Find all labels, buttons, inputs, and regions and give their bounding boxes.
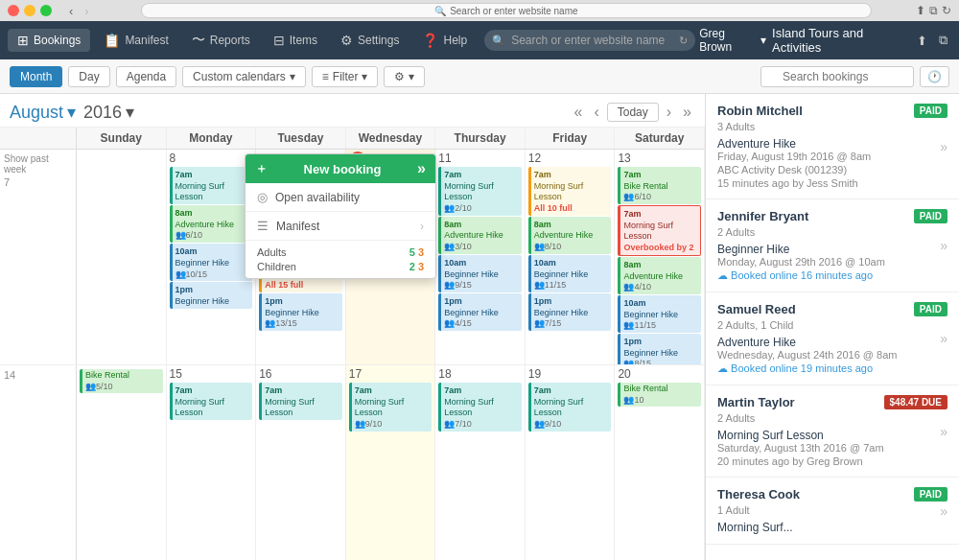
calendar-month-title[interactable]: August ▾: [10, 102, 76, 123]
booking-item[interactable]: 8am Adventure Hike 👥3/10: [438, 217, 522, 254]
nav-action-icon-2[interactable]: ⧉: [935, 29, 951, 52]
booking-card-jennifer[interactable]: Jennifer Bryant PAID 2 Adults Beginner H…: [706, 199, 959, 292]
card-source-samuel: ☁ Booked online 19 minutes ago: [717, 362, 898, 375]
cal-prev-prev-button[interactable]: «: [571, 102, 587, 123]
cal-cell-wed-w2[interactable]: 17 7am Morning Surf Lesson 👥9/10: [346, 365, 436, 560]
card-header-jennifer: Jennifer Bryant PAID: [717, 209, 947, 223]
popup-arrow-icon: »: [417, 160, 426, 177]
booking-item[interactable]: 8am Adventure Hike 👥6/10: [170, 205, 253, 243]
booking-card-martin[interactable]: Martin Taylor $48.47 DUE 2 Adults Mornin…: [706, 385, 959, 478]
cal-cell-sun-w2[interactable]: Bike Rental 👥5/10: [77, 365, 167, 560]
booking-item[interactable]: Bike Rental 👥5/10: [80, 369, 163, 393]
booking-card-samuel[interactable]: Samuel Reed PAID 2 Adults, 1 Child Adven…: [706, 292, 959, 385]
show-past-week-label[interactable]: Show past week: [4, 153, 72, 175]
cal-cell-thu-w2[interactable]: 18 7am Morning Surf Lesson 👥7/10: [435, 365, 526, 560]
booking-item[interactable]: 1pm Beginner Hike 👥8/15: [618, 334, 701, 364]
card-guests-jennifer: 2 Adults: [717, 226, 947, 238]
booking-item[interactable]: 10am Beginner Hike 👥9/15: [438, 255, 522, 292]
card-name-theresa: Theresa Cook: [717, 487, 800, 502]
booking-item[interactable]: 7am Morning Surf Lesson: [259, 383, 342, 420]
card-arrow-theresa[interactable]: »: [940, 503, 947, 519]
nav-settings[interactable]: ⚙ Settings: [331, 29, 409, 52]
card-row-robin: Adventure Hike Friday, August 19th 2016 …: [717, 137, 947, 189]
cal-cell-sat-w1[interactable]: 13 7am Bike Rental 👥6/10 7am Morning Sur…: [615, 150, 705, 364]
calendar-year-title[interactable]: 2016 ▾: [83, 102, 134, 123]
back-button[interactable]: ‹: [65, 0, 77, 22]
booking-card-robin[interactable]: Robin Mitchell PAID 3 Adults Adventure H…: [706, 94, 959, 199]
booking-item[interactable]: 1pm Beginner Hike 👥7/15: [528, 293, 612, 331]
maximize-button[interactable]: [40, 5, 52, 16]
cal-date-15: 15: [170, 367, 253, 381]
popup-manifest-arrow: ›: [420, 220, 424, 233]
forward-button[interactable]: ›: [81, 0, 92, 22]
nav-reports[interactable]: 〜 Reports: [182, 28, 260, 53]
booking-item[interactable]: 7am Morning Surf Lesson 👥9/10: [349, 383, 433, 432]
booking-item[interactable]: 7am Bike Rental 👥6/10: [618, 167, 701, 204]
card-arrow-jennifer[interactable]: »: [940, 238, 947, 253]
card-arrow-martin[interactable]: »: [940, 424, 947, 439]
booking-item[interactable]: 7am Morning Surf Lesson 👥2/10: [438, 167, 522, 216]
view-day-button[interactable]: Day: [68, 66, 109, 87]
cal-cell-fri-w2[interactable]: 19 7am Morning Surf Lesson 👥9/10: [526, 365, 616, 560]
cal-today-button[interactable]: Today: [607, 103, 659, 122]
booking-item[interactable]: 7am Morning Surf Lesson Overbooked by 2: [618, 205, 701, 256]
booking-item[interactable]: 7am Morning Surf Lesson: [170, 167, 253, 204]
nav-items[interactable]: ⊟ Items: [264, 29, 327, 52]
minimize-button[interactable]: [24, 5, 35, 16]
cal-cell-sun-w1[interactable]: [77, 150, 167, 364]
close-button[interactable]: [8, 5, 19, 16]
new-booking-popup[interactable]: ＋ New booking » ◎ Open availability ☰ Ma…: [245, 153, 436, 279]
booking-item[interactable]: 1pm Beginner Hike 👥4/15: [438, 293, 522, 331]
nav-user[interactable]: Greg Brown ▾: [699, 27, 766, 54]
address-bar[interactable]: 🔍 Search or enter website name: [141, 3, 872, 18]
booking-item[interactable]: 10am Beginner Hike 👥11/15: [618, 295, 701, 333]
cal-next-next-button[interactable]: »: [679, 102, 695, 123]
booking-item[interactable]: 8am Adventure Hike 👥4/10: [618, 257, 701, 294]
booking-item[interactable]: 7am Morning Surf Lesson All 10 full: [528, 167, 612, 216]
day-header-sunday: Sunday: [77, 128, 167, 149]
booking-item[interactable]: 7am Morning Surf Lesson: [170, 383, 253, 420]
cal-cell-sat-w2[interactable]: 20 Bike Rental 👥10: [615, 365, 705, 560]
nav-bookings[interactable]: ⊞ Bookings: [8, 29, 90, 52]
booking-item[interactable]: 10am Beginner Hike 👥11/15: [528, 255, 612, 292]
list-icon: ☰: [257, 219, 269, 233]
card-name-jennifer: Jennifer Bryant: [717, 209, 808, 223]
cal-cell-tue-w2[interactable]: 16 7am Morning Surf Lesson: [256, 365, 346, 560]
card-arrow-robin[interactable]: »: [940, 139, 947, 154]
nav-search-input[interactable]: [484, 30, 695, 51]
cal-cell-mon-w2[interactable]: 15 7am Morning Surf Lesson: [167, 365, 257, 560]
booking-item[interactable]: 1pm Beginner Hike: [170, 282, 253, 308]
filter-button[interactable]: ≡ Filter ▾: [312, 66, 379, 87]
booking-item[interactable]: 1pm Beginner Hike 👥13/15: [259, 293, 342, 331]
view-month-button[interactable]: Month: [10, 66, 62, 87]
refresh-icon[interactable]: ↻: [942, 4, 951, 17]
share-icon[interactable]: ⬆: [916, 4, 925, 17]
cal-next-button[interactable]: ›: [663, 102, 675, 123]
window-icon[interactable]: ⧉: [929, 4, 938, 17]
popup-new-booking-header[interactable]: ＋ New booking »: [246, 154, 435, 183]
booking-card-theresa[interactable]: Theresa Cook PAID 1 Adult Morning Surf..…: [706, 478, 959, 545]
cal-cell-mon-w1[interactable]: 8 7am Morning Surf Lesson 8am Adventure …: [167, 150, 257, 364]
window-controls[interactable]: [8, 5, 52, 16]
cal-prev-button[interactable]: ‹: [590, 102, 602, 123]
cal-cell-fri-w1[interactable]: 12 7am Morning Surf Lesson All 10 full 8…: [526, 150, 616, 364]
cal-cell-thu-w1[interactable]: 11 7am Morning Surf Lesson 👥2/10 8am Adv…: [435, 150, 526, 364]
popup-manifest-item[interactable]: ☰ Manifest ›: [246, 212, 435, 241]
custom-calendars-button[interactable]: Custom calendars ▾: [182, 66, 306, 87]
nav-help[interactable]: ❓ Help: [412, 29, 477, 52]
card-datetime-robin: Friday, August 19th 2016 @ 8am: [717, 151, 871, 162]
popup-open-availability-item[interactable]: ◎ Open availability: [246, 183, 435, 212]
booking-item[interactable]: 8am Adventure Hike 👥8/10: [528, 217, 612, 254]
card-arrow-samuel[interactable]: »: [940, 331, 947, 346]
view-agenda-button[interactable]: Agenda: [116, 66, 176, 87]
settings-gear-button[interactable]: ⚙ ▾: [384, 66, 425, 87]
day-header-friday: Friday: [526, 128, 616, 149]
booking-item[interactable]: 10am Beginner Hike 👥10/15: [170, 244, 253, 281]
booking-item[interactable]: Bike Rental 👥10: [618, 383, 701, 407]
search-bookings-input[interactable]: [760, 66, 914, 87]
nav-action-icon-1[interactable]: ⬆: [913, 29, 931, 52]
time-icon-button[interactable]: 🕐: [920, 66, 949, 87]
nav-manifest[interactable]: 📋 Manifest: [94, 29, 177, 52]
booking-item[interactable]: 7am Morning Surf Lesson 👥9/10: [528, 383, 612, 432]
booking-item[interactable]: 7am Morning Surf Lesson 👥7/10: [438, 383, 522, 432]
